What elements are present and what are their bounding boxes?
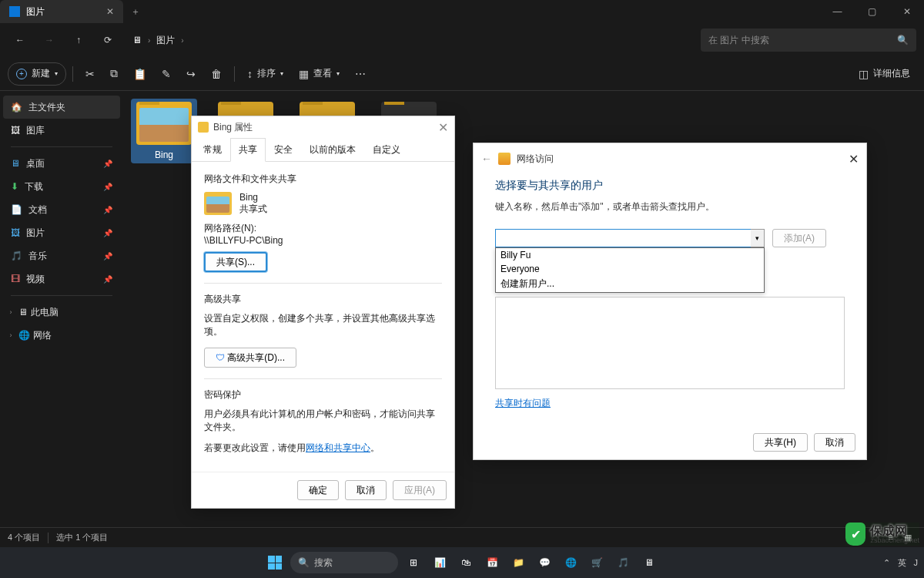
share-button[interactable]: ↪ bbox=[180, 62, 202, 86]
breadcrumb-segment[interactable]: 图片 bbox=[156, 34, 175, 47]
copy-button[interactable]: ⧉ bbox=[104, 62, 124, 86]
minimize-button[interactable]: — bbox=[820, 0, 855, 23]
dialog-titlebar[interactable]: Bing 属性 ✕ bbox=[192, 116, 454, 138]
close-tab-icon[interactable]: ✕ bbox=[106, 6, 114, 17]
sidebar-label: 视频 bbox=[26, 273, 45, 286]
add-user-button[interactable]: 添加(A) bbox=[772, 229, 826, 247]
sidebar-pictures[interactable]: 🖼图片📌 bbox=[3, 221, 120, 244]
new-button[interactable]: + 新建 ▾ bbox=[8, 62, 66, 86]
details-pane-button[interactable]: ◫ 详细信息 bbox=[852, 62, 916, 86]
details-label: 详细信息 bbox=[873, 67, 910, 80]
taskbar-app-icon[interactable]: 🛒 bbox=[586, 552, 608, 573]
ok-button[interactable]: 确定 bbox=[297, 480, 339, 500]
maximize-button[interactable]: ▢ bbox=[855, 0, 889, 23]
tab-security[interactable]: 安全 bbox=[266, 138, 301, 162]
close-icon[interactable]: ✕ bbox=[438, 120, 448, 135]
chevron-right-icon: › bbox=[6, 308, 15, 316]
share-state: 共享式 bbox=[239, 203, 267, 216]
sidebar-downloads[interactable]: ⬇下载📌 bbox=[3, 175, 120, 198]
taskbar-app-icon[interactable]: 💬 bbox=[534, 552, 555, 573]
share-button[interactable]: 共享(S)... bbox=[204, 252, 267, 272]
pictures-icon: 🖼 bbox=[11, 227, 20, 238]
sidebar-videos[interactable]: 🎞视频📌 bbox=[3, 267, 120, 291]
sidebar-label: 主文件夹 bbox=[28, 101, 65, 114]
search-input[interactable] bbox=[708, 35, 897, 45]
cancel-button[interactable]: 取消 bbox=[345, 480, 387, 500]
tab-previous-versions[interactable]: 以前的版本 bbox=[301, 138, 364, 162]
delete-button[interactable]: 🗑 bbox=[205, 62, 228, 86]
up-button[interactable]: ↑ bbox=[66, 28, 91, 52]
properties-dialog: Bing 属性 ✕ 常规 共享 安全 以前的版本 自定义 网络文件和文件夹共享 … bbox=[191, 116, 455, 509]
taskbar-app-icon[interactable]: 📅 bbox=[481, 552, 503, 573]
sort-button[interactable]: ↕ 排序 ▾ bbox=[241, 62, 290, 86]
search-box[interactable]: 🔍 bbox=[701, 29, 916, 52]
sort-icon: ↕ bbox=[247, 68, 253, 80]
start-button[interactable] bbox=[264, 552, 286, 573]
back-icon[interactable]: ← bbox=[481, 153, 492, 165]
taskbar-app-icon[interactable]: 🎵 bbox=[612, 552, 634, 573]
system-tray[interactable]: ⌃ 英 J bbox=[883, 557, 919, 569]
advanced-share-button[interactable]: 🛡 高级共享(D)... bbox=[204, 348, 296, 368]
close-window-button[interactable]: ✕ bbox=[889, 0, 924, 23]
tab-sharing[interactable]: 共享 bbox=[230, 138, 266, 162]
taskbar-explorer-icon[interactable]: 📁 bbox=[507, 552, 529, 573]
folder-item[interactable]: Bing bbox=[131, 99, 197, 163]
new-tab-button[interactable]: ＋ bbox=[123, 0, 148, 23]
details-icon: ◫ bbox=[859, 68, 869, 80]
selected-users-list[interactable] bbox=[495, 297, 845, 389]
sidebar-gallery[interactable]: 🖼图库 bbox=[3, 119, 120, 142]
chevron-down-icon: ▾ bbox=[280, 70, 283, 77]
cancel-button[interactable]: 取消 bbox=[814, 433, 855, 452]
forward-button[interactable]: → bbox=[37, 28, 62, 52]
plus-circle-icon: + bbox=[16, 69, 27, 79]
separator bbox=[11, 295, 112, 296]
sidebar-documents[interactable]: 📄文档📌 bbox=[3, 198, 120, 221]
back-button[interactable]: ← bbox=[8, 28, 32, 52]
sharing-trouble-link[interactable]: 共享时有问题 bbox=[495, 397, 551, 410]
explorer-tab[interactable]: 图片 ✕ bbox=[0, 0, 123, 23]
separator bbox=[72, 66, 73, 82]
dropdown-option[interactable]: 创建新用户... bbox=[496, 276, 764, 292]
dropdown-option[interactable]: Billy Fu bbox=[496, 248, 764, 262]
close-icon[interactable]: ✕ bbox=[849, 152, 859, 166]
network-center-link[interactable]: 网络和共享中心 bbox=[306, 442, 370, 453]
dropdown-option[interactable]: Everyone bbox=[496, 262, 764, 276]
taskbar-app-icon[interactable]: 📊 bbox=[429, 552, 450, 573]
search-icon[interactable]: 🔍 bbox=[897, 35, 909, 45]
sidebar-thispc[interactable]: ›🖥此电脑 bbox=[3, 301, 120, 324]
folder-name: Bing bbox=[155, 150, 173, 160]
tab-general[interactable]: 常规 bbox=[195, 138, 230, 162]
taskbar-search[interactable]: 🔍搜索 bbox=[290, 552, 398, 573]
tab-label: 图片 bbox=[26, 5, 45, 18]
shield-icon: ✔ bbox=[845, 523, 865, 546]
share-confirm-button[interactable]: 共享(H) bbox=[753, 433, 808, 452]
sidebar-home[interactable]: 🏠主文件夹 bbox=[3, 96, 120, 119]
sidebar-music[interactable]: 🎵音乐📌 bbox=[3, 244, 120, 267]
paste-button[interactable]: 📋 bbox=[127, 62, 152, 86]
view-button[interactable]: ▦ 查看 ▾ bbox=[293, 62, 346, 86]
search-icon: 🔍 bbox=[298, 557, 310, 568]
taskbar-app-icon[interactable]: 🛍 bbox=[455, 552, 477, 573]
chevron-right-icon: › bbox=[148, 36, 150, 45]
rename-button[interactable]: ✎ bbox=[156, 62, 177, 86]
sidebar-network[interactable]: ›🌐网络 bbox=[3, 324, 120, 347]
sidebar-label: 此电脑 bbox=[31, 306, 59, 319]
breadcrumb[interactable]: 🖥 › 图片 › bbox=[132, 34, 696, 47]
refresh-button[interactable]: ⟳ bbox=[95, 28, 120, 52]
tray-chevron-icon[interactable]: ⌃ bbox=[883, 558, 890, 568]
ime-indicator[interactable]: 英 bbox=[898, 557, 906, 569]
ime-indicator[interactable]: J bbox=[914, 558, 919, 567]
cut-button[interactable]: ✂ bbox=[79, 62, 101, 86]
dialog-header[interactable]: ← 网络访问 ✕ bbox=[474, 143, 866, 174]
user-input[interactable] bbox=[495, 229, 765, 247]
status-item-count: 4 个项目 bbox=[8, 532, 40, 543]
dropdown-caret-icon[interactable]: ▾ bbox=[751, 229, 765, 247]
more-button[interactable]: ⋯ bbox=[349, 62, 372, 86]
taskbar-app-icon[interactable]: 🖥 bbox=[638, 552, 660, 573]
sidebar-desktop[interactable]: 🖥桌面📌 bbox=[3, 152, 120, 175]
apply-button[interactable]: 应用(A) bbox=[393, 480, 447, 500]
nav-bar: ← → ↑ ⟳ 🖥 › 图片 › 🔍 bbox=[0, 23, 924, 57]
task-view-button[interactable]: ⊞ bbox=[403, 552, 424, 573]
tab-customize[interactable]: 自定义 bbox=[364, 138, 409, 162]
taskbar-edge-icon[interactable]: 🌐 bbox=[560, 552, 581, 573]
